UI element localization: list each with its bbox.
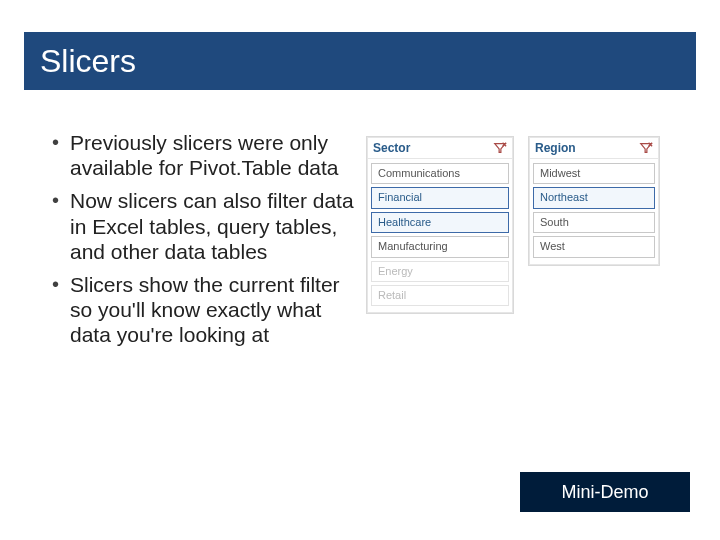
title-bar: Slicers: [24, 32, 696, 90]
bullet-item: Previously slicers were only available f…: [48, 130, 358, 180]
clear-filter-icon[interactable]: [493, 141, 507, 155]
bullet-list: Previously slicers were only available f…: [48, 130, 358, 450]
bullet-item: Now slicers can also filter data in Exce…: [48, 188, 358, 264]
bullet-item: Slicers show the current filter so you'l…: [48, 272, 358, 348]
button-label: Mini-Demo: [561, 482, 648, 503]
slicer-item[interactable]: Midwest: [533, 163, 655, 184]
slicer-body: Communications Financial Healthcare Manu…: [367, 159, 513, 313]
slicer-item[interactable]: West: [533, 236, 655, 257]
slicer-item[interactable]: Manufacturing: [371, 236, 509, 257]
clear-filter-icon[interactable]: [639, 141, 653, 155]
slicer-item[interactable]: Healthcare: [371, 212, 509, 233]
slicer-item[interactable]: Retail: [371, 285, 509, 306]
content-row: Previously slicers were only available f…: [48, 130, 696, 450]
slicer-item[interactable]: Financial: [371, 187, 509, 208]
slicer-title: Sector: [373, 141, 410, 155]
slicer-body: Midwest Northeast South West: [529, 159, 659, 265]
slide-title: Slicers: [40, 43, 136, 80]
slide: Slicers Previously slicers were only ava…: [0, 0, 720, 540]
slicer-item[interactable]: South: [533, 212, 655, 233]
slicer-title: Region: [535, 141, 576, 155]
slicer-item[interactable]: Communications: [371, 163, 509, 184]
slicer-header: Sector: [367, 137, 513, 159]
slicer-sector[interactable]: Sector Communications Financial Healthca…: [366, 136, 514, 314]
slicer-illustration: Sector Communications Financial Healthca…: [358, 130, 696, 450]
slicer-header: Region: [529, 137, 659, 159]
slicer-item[interactable]: Northeast: [533, 187, 655, 208]
slicer-region[interactable]: Region Midwest Northeast South West: [528, 136, 660, 266]
mini-demo-button[interactable]: Mini-Demo: [520, 472, 690, 512]
slicer-item[interactable]: Energy: [371, 261, 509, 282]
